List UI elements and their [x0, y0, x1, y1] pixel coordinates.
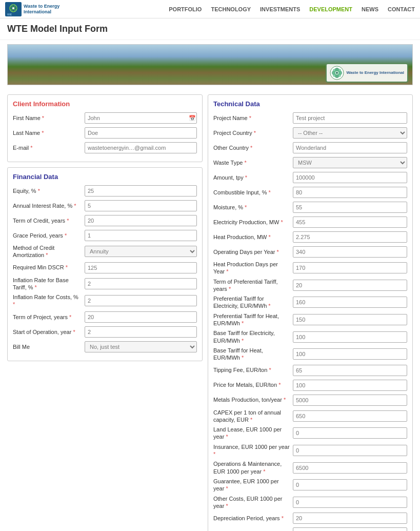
hero-logo: Waste to Energy International — [326, 63, 408, 83]
nav-investments[interactable]: INVESTMENTS — [260, 6, 300, 12]
pref-heat-row: Preferential Tariff for Heat, EUR/MWh * — [213, 312, 407, 327]
other-costs-input[interactable] — [293, 497, 407, 508]
term-project-label: Term of Project, years * — [13, 313, 85, 321]
main-content: Client Information First Name * 📅 Last N… — [0, 89, 420, 531]
nav-news[interactable]: NEWS — [362, 6, 378, 12]
tipping-fee-row: Tipping Fee, EUR/ton * — [213, 364, 407, 377]
capex-row: CAPEX per 1 ton of annual capacity, EUR … — [213, 409, 407, 424]
amount-row: Amount, tpy * — [213, 171, 407, 184]
nav-contact[interactable]: CONTACT — [388, 6, 415, 12]
metals-price-input[interactable] — [293, 380, 407, 391]
heat-days-input[interactable] — [293, 262, 407, 273]
base-elec-row: Base Tariff for Electricity, EUR/MWh * — [213, 329, 407, 344]
svg-point-4 — [12, 7, 14, 9]
nav-technology[interactable]: TECHNOLOGY — [211, 6, 251, 12]
nav-portfolio[interactable]: PORTFOLIO — [169, 6, 202, 12]
project-name-label: Project Name * — [213, 114, 293, 122]
depreciation-input[interactable] — [293, 513, 407, 524]
first-name-row: First Name * 📅 — [13, 112, 197, 124]
base-heat-input[interactable] — [293, 348, 407, 360]
capex-input[interactable] — [293, 410, 407, 422]
metals-prod-input[interactable] — [293, 395, 407, 406]
metals-prod-row: Metals Production, ton/year * — [213, 394, 407, 406]
client-section-title: Client Information — [13, 100, 197, 108]
base-elec-input[interactable] — [293, 331, 407, 343]
moisture-input[interactable] — [293, 202, 407, 213]
amortization-label: Method of Credit Amortization * — [13, 244, 85, 259]
first-name-label: First Name * — [13, 114, 85, 122]
first-name-input[interactable] — [85, 112, 197, 124]
last-name-input[interactable] — [85, 127, 197, 139]
electricity-prod-input[interactable] — [293, 217, 407, 228]
grace-period-input[interactable] — [85, 230, 197, 241]
insurance-input[interactable] — [293, 445, 407, 456]
pref-heat-input[interactable] — [293, 314, 407, 325]
logo-icon: WtE — [5, 2, 22, 16]
other-costs-row: Other Costs, EUR 1000 per year * — [213, 495, 407, 510]
heat-prod-label: Heat Production, MW * — [213, 233, 293, 241]
hero-logo-flower-icon — [330, 66, 344, 80]
heat-prod-input[interactable] — [293, 231, 407, 243]
nav-development[interactable]: DEVELOPMENT — [309, 6, 352, 12]
financial-section: Financial Data Equity, % * Annual Intere… — [7, 167, 203, 361]
project-name-input[interactable] — [293, 112, 407, 124]
pref-tariff-term-row: Term of Preferential Tariff, years * — [213, 278, 407, 293]
calendar-icon[interactable]: 📅 — [189, 115, 196, 122]
start-operation-label: Start of Operation, year * — [13, 328, 85, 336]
bill-me-select[interactable]: No, just test Yes — [85, 341, 197, 352]
om-input[interactable] — [293, 462, 407, 474]
first-name-wrapper: 📅 — [85, 112, 197, 124]
land-lease-input[interactable] — [293, 427, 407, 439]
insurance-row: Insurance, EUR 1000 per year * — [213, 443, 407, 458]
equity-label: Equity, % * — [13, 187, 85, 194]
land-lease-label: Land Lease, EUR 1000 per year * — [213, 426, 293, 441]
base-elec-label: Base Tariff for Electricity, EUR/MWh * — [213, 329, 293, 344]
pref-tariff-term-input[interactable] — [293, 280, 407, 291]
amortization-select[interactable]: Annuity Linear — [85, 246, 197, 257]
dscr-input[interactable] — [85, 262, 197, 273]
term-credit-input[interactable] — [85, 215, 197, 226]
corporate-tax-input[interactable] — [293, 527, 407, 531]
capex-label: CAPEX per 1 ton of annual capacity, EUR … — [213, 409, 293, 424]
amortization-row: Method of Credit Amortization * Annuity … — [13, 244, 197, 259]
other-costs-label: Other Costs, EUR 1000 per year * — [213, 495, 293, 510]
right-panel: Technical Data Project Name * Project Co… — [208, 94, 413, 531]
bill-me-row: Bill Me No, just test Yes — [13, 341, 197, 353]
metals-price-label: Price for Metals, EUR/ton * — [213, 381, 293, 388]
equity-input[interactable] — [85, 185, 197, 196]
pref-elec-input[interactable] — [293, 297, 407, 308]
grace-period-row: Grace Period, years * — [13, 229, 197, 242]
om-label: Operations & Maintenance, EUR 1000 per y… — [213, 460, 293, 475]
interest-rate-row: Annual Interest Rate, % * — [13, 200, 197, 212]
term-credit-label: Term of Credit, years * — [13, 217, 85, 224]
inflation-costs-input[interactable] — [85, 295, 197, 306]
amount-label: Amount, tpy * — [213, 174, 293, 181]
waste-type-select[interactable]: MSW — [293, 157, 407, 168]
interest-rate-label: Annual Interest Rate, % * — [13, 202, 85, 209]
start-operation-input[interactable] — [85, 326, 197, 338]
project-name-row: Project Name * — [213, 112, 407, 124]
logo[interactable]: WtE Waste to EnergyInternational — [5, 2, 59, 16]
amount-input[interactable] — [293, 172, 407, 183]
moisture-label: Moisture, % * — [213, 204, 293, 211]
email-input[interactable] — [85, 142, 197, 153]
waste-type-row: Waste Type * MSW — [213, 156, 407, 169]
term-project-row: Term of Project, years * — [13, 311, 197, 323]
combustible-input[interactable] — [293, 187, 407, 198]
inflation-tariff-input[interactable] — [85, 278, 197, 289]
interest-rate-input[interactable] — [85, 200, 197, 211]
operating-days-input[interactable] — [293, 246, 407, 258]
operating-days-label: Operating Days per Year * — [213, 248, 293, 255]
project-country-select[interactable]: -- Other -- — [293, 127, 407, 139]
other-country-input[interactable] — [293, 142, 407, 153]
heat-prod-row: Heat Production, MW * — [213, 231, 407, 243]
metals-prod-label: Metals Production, ton/year * — [213, 396, 293, 403]
term-project-input[interactable] — [85, 311, 197, 323]
equity-row: Equity, % * — [13, 185, 197, 197]
guarantee-input[interactable] — [293, 479, 407, 490]
tipping-fee-input[interactable] — [293, 365, 407, 376]
grace-period-label: Grace Period, years * — [13, 232, 85, 239]
page-wrapper: WTE Model Input Form Waste to Energy Int… — [0, 18, 420, 531]
term-credit-row: Term of Credit, years * — [13, 214, 197, 227]
pref-tariff-term-label: Term of Preferential Tariff, years * — [213, 278, 293, 293]
